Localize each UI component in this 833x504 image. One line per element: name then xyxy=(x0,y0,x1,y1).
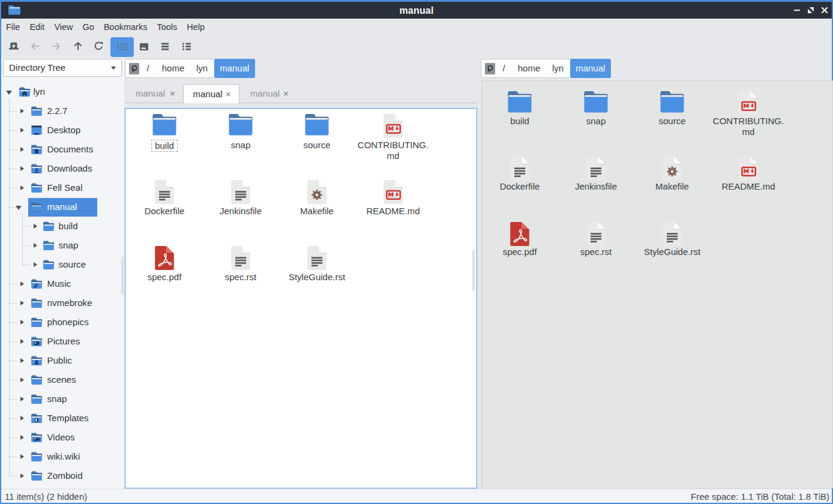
tree-expander-closed[interactable] xyxy=(20,416,24,421)
tab-manual-active[interactable]: manual× xyxy=(183,84,239,103)
tree-item-scenes[interactable]: scenes xyxy=(1,370,124,389)
tree-expander-closed[interactable] xyxy=(20,109,24,113)
maximize-button[interactable] xyxy=(804,2,817,19)
text-file-icon xyxy=(505,154,534,183)
tab-label: manual xyxy=(136,84,165,103)
close-button[interactable] xyxy=(818,2,831,19)
file-label: build xyxy=(127,140,203,152)
tab-manual[interactable]: manual× xyxy=(239,84,296,103)
tree-expander-closed[interactable] xyxy=(20,281,24,286)
file-label-line: CONTRIBUTING. xyxy=(355,140,432,151)
back-button[interactable] xyxy=(31,42,40,53)
tree-expander-closed[interactable] xyxy=(34,262,37,267)
menu-item-edit[interactable]: Edit xyxy=(25,19,49,36)
menu-item-help[interactable]: Help xyxy=(182,19,209,36)
detailed-view-button[interactable] xyxy=(182,42,191,53)
breadcrumb-current[interactable]: manual xyxy=(214,59,255,78)
tree-item-manual[interactable]: manual xyxy=(1,197,124,217)
tree-item-2.2.7[interactable]: 2.2.7 xyxy=(1,101,124,121)
tree-item-desktop[interactable]: Desktop xyxy=(1,121,124,140)
menu-item-file[interactable]: File xyxy=(1,19,25,36)
tree-item-build[interactable]: build xyxy=(1,217,124,236)
tree-expander-closed[interactable] xyxy=(20,358,24,363)
breadcrumb-current[interactable]: manual xyxy=(570,59,611,78)
tree-item-label: wiki.wiki xyxy=(47,447,80,466)
tree-branch-line xyxy=(9,188,17,188)
tree-item-snap[interactable]: snap xyxy=(1,389,124,409)
reload-button[interactable] xyxy=(94,41,104,53)
tab-label: manual xyxy=(250,84,280,103)
tree-expander-closed[interactable] xyxy=(20,339,24,344)
tree-expander-open[interactable] xyxy=(6,91,12,95)
up-button[interactable] xyxy=(74,41,82,53)
tree-item-zomboid[interactable]: Zomboid xyxy=(1,466,124,485)
tree-item-music[interactable]: Music xyxy=(1,274,124,293)
folder-file-icon xyxy=(582,89,610,118)
sidebar-mode-combobox[interactable]: Directory Tree xyxy=(3,59,122,77)
tree-branch-line xyxy=(9,341,17,342)
tree-branch-line xyxy=(9,457,17,457)
tree-expander-closed[interactable] xyxy=(20,454,24,459)
tree-item-label: lyn xyxy=(34,82,45,101)
tree-expander-closed[interactable] xyxy=(20,320,24,325)
icon-view-button[interactable] xyxy=(116,42,128,53)
tab-close-icon[interactable]: × xyxy=(224,90,232,98)
tab-manual[interactable]: manual× xyxy=(125,84,183,103)
markdown-file-icon xyxy=(734,89,763,118)
tree-expander-closed[interactable] xyxy=(20,128,24,133)
tree-item-fell-seal[interactable]: Fell Seal xyxy=(1,178,124,197)
new-tab-button[interactable] xyxy=(9,42,20,53)
tree-branch-line xyxy=(9,111,17,112)
detailed-list-icon xyxy=(182,43,191,50)
tree-item-label: 2.2.7 xyxy=(47,101,68,121)
tree-item-templates[interactable]: Templates xyxy=(1,409,124,428)
tree-expander-closed[interactable] xyxy=(20,377,24,382)
tree-item-source[interactable]: source xyxy=(1,255,124,274)
thumbnail-view-button[interactable] xyxy=(140,42,148,53)
tree-expander-closed[interactable] xyxy=(34,224,37,229)
folder-downloads-icon xyxy=(31,164,43,176)
menu-item-bookmarks[interactable]: Bookmarks xyxy=(99,19,152,36)
tree-item-nvmebroke[interactable]: nvmebroke xyxy=(1,293,124,313)
tree-expander-closed[interactable] xyxy=(20,166,24,171)
tree-item-phonepics[interactable]: phonepics xyxy=(1,313,124,332)
tree-expander-closed[interactable] xyxy=(20,185,24,190)
left-pane-scrollbar[interactable] xyxy=(472,250,475,291)
tree-item-documents[interactable]: Documents xyxy=(1,140,124,159)
tree-item-label: Downloads xyxy=(47,159,92,178)
tree-item-wiki.wiki[interactable]: wiki.wiki xyxy=(1,447,124,466)
file-label: Makefile xyxy=(279,206,355,217)
tree-expander-closed[interactable] xyxy=(34,243,37,248)
menu-item-tools[interactable]: Tools xyxy=(152,19,182,36)
tree-item-lyn[interactable]: lyn xyxy=(1,82,124,101)
makefile-file-icon xyxy=(302,178,331,206)
tree-item-pictures[interactable]: Pictures xyxy=(1,332,124,351)
tab-close-icon[interactable]: × xyxy=(282,89,290,97)
tree-item-videos[interactable]: Videos xyxy=(1,428,124,447)
sidebar-scrollbar[interactable] xyxy=(121,257,124,295)
tree-branch-line xyxy=(9,207,17,208)
tree-expander-closed[interactable] xyxy=(20,397,24,401)
thumbnail-view-icon xyxy=(140,43,148,50)
tree-item-downloads[interactable]: Downloads xyxy=(1,159,124,178)
tree-branch-line xyxy=(9,322,17,323)
directory-tree: lyn 2.2.7 Desktop Documents Downloads Fe… xyxy=(1,80,124,488)
menu-item-go[interactable]: Go xyxy=(78,19,99,36)
tree-expander-closed[interactable] xyxy=(20,147,24,152)
tree-item-public[interactable]: Public xyxy=(1,351,124,370)
folder-icon xyxy=(31,452,43,464)
tree-expander-closed[interactable] xyxy=(20,473,24,478)
reload-icon xyxy=(94,41,104,51)
tree-item-label: Templates xyxy=(47,409,89,428)
menu-item-view[interactable]: View xyxy=(49,19,77,36)
tab-close-icon[interactable]: × xyxy=(169,89,176,97)
tree-expander-closed[interactable] xyxy=(20,435,24,440)
tree-item-label: phonepics xyxy=(47,313,89,332)
tree-item-snap[interactable]: snap xyxy=(1,236,124,255)
minimize-button[interactable] xyxy=(790,2,804,19)
tree-expander-closed[interactable] xyxy=(20,301,24,305)
forward-button[interactable] xyxy=(51,42,61,53)
compact-view-button[interactable] xyxy=(161,42,169,53)
markdown-file-icon xyxy=(379,112,407,140)
tree-branch-line xyxy=(9,399,17,400)
